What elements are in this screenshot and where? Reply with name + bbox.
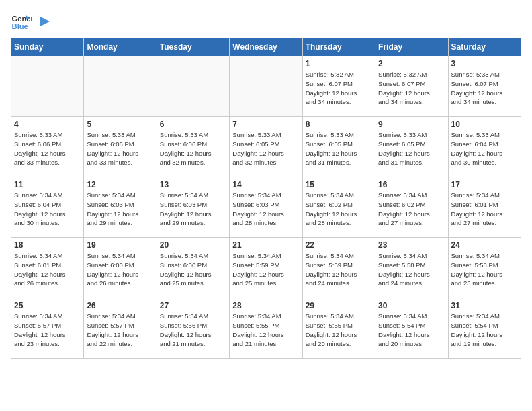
day-info: Sunrise: 5:33 AM Sunset: 6:07 PM Dayligh… — [451, 70, 518, 107]
day-info: Sunrise: 5:34 AM Sunset: 6:04 PM Dayligh… — [14, 191, 81, 228]
day-info: Sunrise: 5:34 AM Sunset: 5:54 PM Dayligh… — [451, 312, 518, 349]
calendar-cell: 17Sunrise: 5:34 AM Sunset: 6:01 PM Dayli… — [448, 177, 521, 238]
day-info: Sunrise: 5:34 AM Sunset: 5:56 PM Dayligh… — [160, 312, 226, 349]
calendar-cell: 29Sunrise: 5:34 AM Sunset: 5:55 PM Dayli… — [302, 298, 375, 359]
day-number: 9 — [378, 120, 445, 129]
svg-marker-3 — [40, 17, 50, 26]
day-number: 28 — [232, 301, 299, 310]
calendar-cell: 14Sunrise: 5:34 AM Sunset: 6:03 PM Dayli… — [230, 177, 302, 238]
day-number: 29 — [306, 301, 372, 310]
calendar-cell: 26Sunrise: 5:34 AM Sunset: 5:57 PM Dayli… — [84, 298, 157, 359]
day-info: Sunrise: 5:33 AM Sunset: 6:05 PM Dayligh… — [306, 130, 372, 167]
day-number: 18 — [14, 240, 81, 250]
day-number: 5 — [87, 120, 153, 129]
day-info: Sunrise: 5:34 AM Sunset: 5:57 PM Dayligh… — [87, 312, 153, 349]
calendar-cell: 22Sunrise: 5:34 AM Sunset: 5:59 PM Dayli… — [302, 238, 375, 298]
day-info: Sunrise: 5:34 AM Sunset: 6:01 PM Dayligh… — [451, 191, 518, 228]
calendar-week-row: 1Sunrise: 5:32 AM Sunset: 6:07 PM Daylig… — [11, 56, 521, 117]
day-number: 25 — [14, 301, 81, 310]
calendar-week-row: 11Sunrise: 5:34 AM Sunset: 6:04 PM Dayli… — [11, 177, 521, 238]
day-info: Sunrise: 5:34 AM Sunset: 6:00 PM Dayligh… — [160, 251, 226, 288]
day-info: Sunrise: 5:33 AM Sunset: 6:06 PM Dayligh… — [87, 130, 153, 167]
day-number: 2 — [378, 59, 445, 68]
calendar-table: SundayMondayTuesdayWednesdayThursdayFrid… — [11, 38, 521, 359]
day-info: Sunrise: 5:34 AM Sunset: 6:02 PM Dayligh… — [378, 191, 445, 228]
day-number: 3 — [451, 59, 518, 68]
logo-chevron-icon — [38, 14, 52, 29]
day-number: 10 — [451, 120, 518, 129]
calendar-cell: 10Sunrise: 5:33 AM Sunset: 6:04 PM Dayli… — [448, 117, 521, 177]
day-number: 20 — [160, 240, 226, 250]
day-info: Sunrise: 5:34 AM Sunset: 5:57 PM Dayligh… — [14, 312, 81, 349]
day-number: 4 — [14, 120, 81, 129]
day-number: 27 — [160, 301, 226, 310]
header-wednesday: Wednesday — [230, 38, 302, 56]
day-info: Sunrise: 5:34 AM Sunset: 5:59 PM Dayligh… — [306, 251, 372, 288]
calendar-cell: 25Sunrise: 5:34 AM Sunset: 5:57 PM Dayli… — [11, 298, 84, 359]
calendar-cell: 5Sunrise: 5:33 AM Sunset: 6:06 PM Daylig… — [84, 117, 157, 177]
day-info: Sunrise: 5:34 AM Sunset: 6:01 PM Dayligh… — [14, 251, 81, 288]
day-info: Sunrise: 5:34 AM Sunset: 5:58 PM Dayligh… — [451, 251, 518, 288]
day-number: 31 — [451, 301, 518, 310]
day-number: 26 — [87, 301, 153, 310]
day-info: Sunrise: 5:33 AM Sunset: 6:05 PM Dayligh… — [378, 130, 445, 167]
day-number: 22 — [306, 240, 372, 250]
day-info: Sunrise: 5:33 AM Sunset: 6:04 PM Dayligh… — [451, 130, 518, 167]
calendar-cell: 30Sunrise: 5:34 AM Sunset: 5:54 PM Dayli… — [375, 298, 448, 359]
day-info: Sunrise: 5:32 AM Sunset: 6:07 PM Dayligh… — [378, 70, 445, 107]
header-tuesday: Tuesday — [157, 38, 229, 56]
calendar-cell: 8Sunrise: 5:33 AM Sunset: 6:05 PM Daylig… — [302, 117, 375, 177]
day-number: 17 — [451, 180, 518, 189]
day-info: Sunrise: 5:34 AM Sunset: 5:59 PM Dayligh… — [232, 251, 299, 288]
header-friday: Friday — [375, 38, 448, 56]
day-info: Sunrise: 5:34 AM Sunset: 6:03 PM Dayligh… — [160, 191, 226, 228]
day-number: 16 — [378, 180, 445, 189]
calendar-cell — [230, 56, 302, 117]
calendar-header-row: SundayMondayTuesdayWednesdayThursdayFrid… — [11, 38, 521, 56]
calendar-cell: 27Sunrise: 5:34 AM Sunset: 5:56 PM Dayli… — [157, 298, 229, 359]
day-number: 19 — [87, 240, 153, 250]
day-info: Sunrise: 5:34 AM Sunset: 6:03 PM Dayligh… — [232, 191, 299, 228]
calendar-week-row: 18Sunrise: 5:34 AM Sunset: 6:01 PM Dayli… — [11, 238, 521, 298]
day-info: Sunrise: 5:34 AM Sunset: 5:54 PM Dayligh… — [378, 312, 445, 349]
day-number: 6 — [160, 120, 226, 129]
day-number: 21 — [232, 240, 299, 250]
calendar-cell: 18Sunrise: 5:34 AM Sunset: 6:01 PM Dayli… — [11, 238, 84, 298]
day-number: 13 — [160, 180, 226, 189]
calendar-cell: 21Sunrise: 5:34 AM Sunset: 5:59 PM Dayli… — [230, 238, 302, 298]
calendar-cell: 7Sunrise: 5:33 AM Sunset: 6:05 PM Daylig… — [230, 117, 302, 177]
header-monday: Monday — [84, 38, 157, 56]
calendar-cell: 23Sunrise: 5:34 AM Sunset: 5:58 PM Dayli… — [375, 238, 448, 298]
calendar-cell: 3Sunrise: 5:33 AM Sunset: 6:07 PM Daylig… — [448, 56, 521, 117]
calendar-cell: 4Sunrise: 5:33 AM Sunset: 6:06 PM Daylig… — [11, 117, 84, 177]
logo-icon: General Blue — [11, 11, 32, 32]
calendar-cell: 2Sunrise: 5:32 AM Sunset: 6:07 PM Daylig… — [375, 56, 448, 117]
calendar-cell: 16Sunrise: 5:34 AM Sunset: 6:02 PM Dayli… — [375, 177, 448, 238]
header-thursday: Thursday — [302, 38, 375, 56]
logo: General Blue — [11, 11, 52, 32]
day-info: Sunrise: 5:33 AM Sunset: 6:05 PM Dayligh… — [232, 130, 299, 167]
day-info: Sunrise: 5:33 AM Sunset: 6:06 PM Dayligh… — [14, 130, 81, 167]
day-info: Sunrise: 5:34 AM Sunset: 5:55 PM Dayligh… — [306, 312, 372, 349]
calendar-cell: 9Sunrise: 5:33 AM Sunset: 6:05 PM Daylig… — [375, 117, 448, 177]
day-number: 1 — [306, 59, 372, 68]
day-info: Sunrise: 5:34 AM Sunset: 5:55 PM Dayligh… — [232, 312, 299, 349]
day-number: 11 — [14, 180, 81, 189]
calendar-cell: 28Sunrise: 5:34 AM Sunset: 5:55 PM Dayli… — [230, 298, 302, 359]
calendar-cell: 6Sunrise: 5:33 AM Sunset: 6:06 PM Daylig… — [157, 117, 229, 177]
day-number: 15 — [306, 180, 372, 189]
day-number: 24 — [451, 240, 518, 250]
header-sunday: Sunday — [11, 38, 84, 56]
calendar-cell — [11, 56, 84, 117]
calendar-cell: 15Sunrise: 5:34 AM Sunset: 6:02 PM Dayli… — [302, 177, 375, 238]
header-saturday: Saturday — [448, 38, 521, 56]
calendar-cell: 12Sunrise: 5:34 AM Sunset: 6:03 PM Dayli… — [84, 177, 157, 238]
calendar-week-row: 25Sunrise: 5:34 AM Sunset: 5:57 PM Dayli… — [11, 298, 521, 359]
calendar-cell: 1Sunrise: 5:32 AM Sunset: 6:07 PM Daylig… — [302, 56, 375, 117]
calendar-cell: 24Sunrise: 5:34 AM Sunset: 5:58 PM Dayli… — [448, 238, 521, 298]
day-info: Sunrise: 5:34 AM Sunset: 6:00 PM Dayligh… — [87, 251, 153, 288]
day-number: 7 — [232, 120, 299, 129]
page-header: General Blue — [11, 11, 521, 32]
day-info: Sunrise: 5:33 AM Sunset: 6:06 PM Dayligh… — [160, 130, 226, 167]
calendar-cell: 31Sunrise: 5:34 AM Sunset: 5:54 PM Dayli… — [448, 298, 521, 359]
